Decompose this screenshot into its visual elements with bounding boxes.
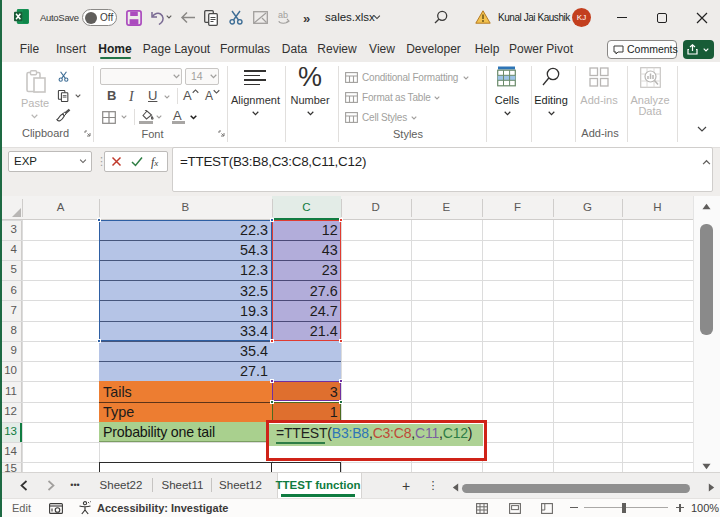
svg-text:ab: ab (278, 10, 288, 20)
